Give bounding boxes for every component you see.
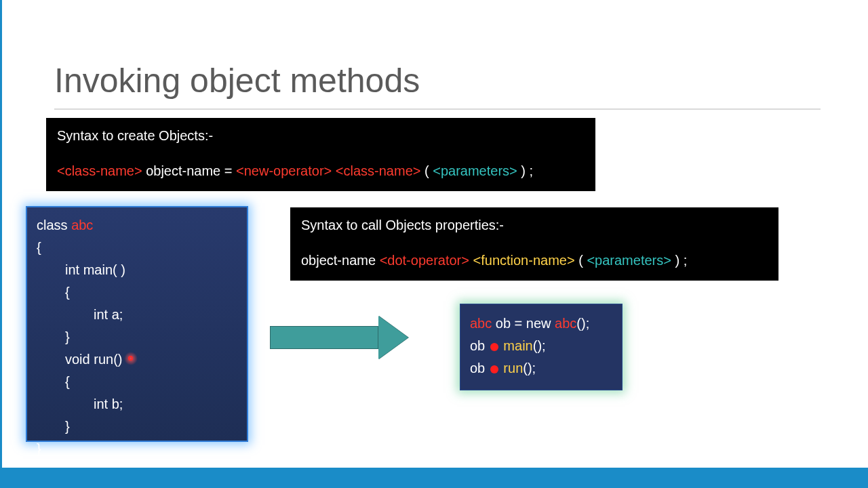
syntax-call-line: object-name <dot-operator> <function-nam…	[301, 249, 768, 271]
slide-title: Invoking object methods	[54, 61, 420, 100]
classname-token: <class-name>	[57, 163, 142, 178]
code-line-6: }	[37, 326, 237, 348]
title-underline	[54, 108, 821, 110]
function-name-token: <function-name>	[473, 253, 575, 268]
code-line-9: int b;	[37, 393, 237, 415]
dot-operator-icon	[490, 343, 498, 351]
code-line-10: }	[37, 415, 237, 438]
code-line-3: int main( )	[37, 259, 237, 281]
code-line-5: int a;	[37, 304, 237, 326]
arrow-body	[270, 326, 378, 349]
syntax-call-box: Syntax to call Objects properties:- obje…	[290, 207, 778, 281]
code-line-4: {	[37, 281, 237, 304]
text-object-name2: object-name	[301, 253, 380, 268]
class-name-abc: abc	[71, 218, 93, 232]
syntax-create-box: Syntax to create Objects:- <class-name> …	[46, 118, 595, 191]
arrow-head	[378, 316, 408, 359]
slide-left-rule	[0, 0, 2, 488]
code-line-7: void run()	[37, 348, 237, 371]
dot-operator-token: <dot-operator>	[380, 253, 469, 268]
syntax-create-line: <class-name> object-name = <new-operator…	[57, 160, 585, 182]
invoke-line-2: ob main();	[470, 335, 612, 357]
code-line-2: {	[37, 237, 237, 259]
code-line-11: }	[37, 438, 237, 460]
parameters-token-2: <parameters>	[587, 253, 671, 268]
footer-bar	[0, 468, 868, 488]
class-code-panel: class abc { int main( ) { int a; } void …	[26, 206, 248, 442]
text-object-name: object-name =	[142, 163, 236, 178]
syntax-call-heading: Syntax to call Objects properties:-	[301, 214, 768, 236]
code-line-8: {	[37, 371, 237, 393]
arrow-icon	[270, 316, 426, 359]
parameters-token: <parameters>	[433, 163, 517, 178]
dot-operator-icon	[490, 365, 498, 373]
new-operator-token: <new-operator>	[236, 163, 332, 178]
invoke-line-1: abc ob = new abc();	[470, 312, 612, 335]
code-line-1: class abc	[37, 214, 237, 237]
syntax-create-heading: Syntax to create Objects:-	[57, 125, 585, 146]
classname-token-2: <class-name>	[336, 163, 421, 178]
invocation-panel: abc ob = new abc(); ob main(); ob run();	[460, 304, 623, 390]
invoke-line-3: ob run();	[470, 357, 612, 380]
